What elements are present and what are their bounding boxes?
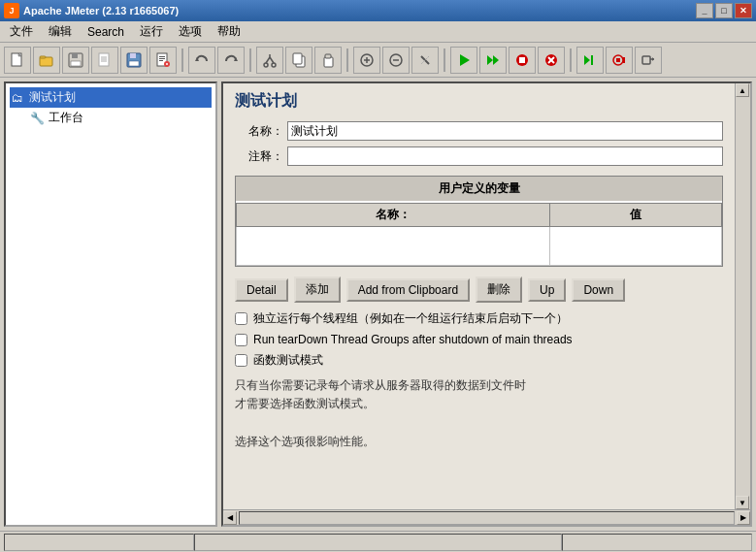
paste-button[interactable] [314, 47, 342, 74]
svg-rect-31 [325, 54, 331, 58]
undo-button[interactable] [188, 47, 215, 74]
minimize-button[interactable]: _ [696, 3, 713, 18]
stop-button[interactable] [509, 47, 536, 74]
tree-panel: 🗂 测试计划 🔧 工作台 [4, 81, 217, 527]
add-from-clipboard-button[interactable]: Add from Clipboard [346, 278, 470, 302]
svg-marker-39 [460, 54, 470, 66]
svg-rect-5 [72, 53, 78, 58]
title-bar: J Apache JMeter (2.13 r1665067) _ □ ✕ [0, 0, 756, 21]
save-as-button[interactable] [62, 47, 89, 74]
remote-exit-button[interactable] [635, 47, 662, 74]
start-no-pause-button[interactable] [479, 47, 507, 74]
h-scroll-track [239, 511, 735, 525]
scroll-track [736, 97, 750, 496]
status-left [4, 534, 194, 551]
svg-rect-52 [642, 56, 650, 64]
window-title: Apache JMeter (2.13 r1665067) [23, 5, 696, 16]
checkbox-row-3: 函数测试模式 [235, 352, 723, 369]
close-file-button[interactable] [91, 47, 118, 74]
down-button[interactable]: Down [572, 278, 625, 302]
menu-run[interactable]: 运行 [132, 21, 171, 42]
redo-button[interactable] [217, 47, 245, 74]
horizontal-scrollbar[interactable]: ◀ ▶ [223, 509, 750, 525]
svg-rect-3 [40, 56, 46, 58]
scroll-left-button[interactable]: ◀ [223, 511, 237, 525]
copy-button[interactable] [285, 47, 312, 74]
comment-input[interactable] [287, 146, 723, 166]
tree-item-test-plan-label: 测试计划 [29, 89, 76, 106]
menu-file[interactable]: 文件 [2, 21, 41, 42]
restore-button[interactable]: □ [715, 3, 733, 18]
toolbar [0, 43, 756, 78]
remove-element-button[interactable] [382, 47, 410, 74]
sep4 [444, 49, 445, 72]
desc-line1: 只有当你需要记录每个请求从服务器取得的数据到文件时 [235, 378, 526, 392]
report-button[interactable] [149, 47, 177, 74]
tree-item-test-plan[interactable]: 🗂 测试计划 [10, 87, 212, 108]
vertical-scrollbar[interactable]: ▲ ▼ [735, 83, 750, 509]
svg-point-24 [272, 63, 276, 67]
svg-rect-6 [71, 61, 81, 66]
svg-rect-29 [293, 53, 302, 64]
main-area: 🗂 测试计划 🔧 工作台 测试计划 名称： 注释： [0, 78, 756, 531]
sep3 [346, 49, 348, 72]
delete-button[interactable]: 删除 [476, 276, 522, 303]
scroll-up-button[interactable]: ▲ [736, 83, 749, 97]
checkbox-row-1: 独立运行每个线程组（例如在一个组运行结束后启动下一个） [235, 310, 723, 327]
add-element-button[interactable] [353, 47, 380, 74]
clear-button[interactable] [411, 47, 439, 74]
svg-marker-47 [584, 55, 590, 65]
sep2 [249, 49, 251, 72]
checkbox-independent-groups-label: 独立运行每个线程组（例如在一个组运行结束后启动下一个） [253, 310, 568, 327]
add-var-button[interactable]: 添加 [294, 276, 341, 303]
menu-edit[interactable]: 编辑 [41, 21, 80, 42]
checkbox-teardown[interactable] [235, 334, 247, 346]
svg-marker-41 [493, 55, 499, 65]
svg-line-26 [270, 57, 274, 63]
remote-stop-button[interactable] [606, 47, 633, 74]
start-button[interactable] [450, 47, 477, 74]
svg-rect-16 [159, 58, 165, 59]
svg-marker-54 [652, 57, 654, 61]
variable-table: 名称： 值 [236, 203, 722, 266]
checkbox-independent-groups[interactable] [235, 312, 247, 325]
scroll-down-button[interactable]: ▼ [736, 496, 749, 509]
status-center [194, 534, 562, 551]
status-right [562, 534, 752, 551]
comment-row: 注释： [235, 146, 723, 166]
content-scroll[interactable]: 测试计划 名称： 注释： 用户定义的变量 [223, 83, 735, 509]
svg-rect-17 [159, 60, 163, 61]
cut-button[interactable] [256, 47, 283, 74]
shutdown-button[interactable] [538, 47, 565, 74]
menu-options[interactable]: 选项 [171, 21, 210, 42]
test-plan-icon: 🗂 [10, 90, 25, 106]
col-name: 名称： [237, 204, 550, 227]
detail-button[interactable]: Detail [235, 278, 288, 302]
open-button[interactable] [33, 47, 60, 74]
svg-rect-50 [616, 58, 620, 62]
checkbox-functional-mode[interactable] [235, 354, 247, 367]
desc-line2: 才需要选择函数测试模式。 [235, 397, 375, 410]
sep1 [181, 49, 183, 72]
scroll-right-button[interactable]: ▶ [737, 511, 750, 525]
close-button[interactable]: ✕ [735, 3, 752, 18]
app-icon: J [4, 3, 19, 18]
desc-line3: 选择这个选项很影响性能。 [235, 435, 375, 448]
col-value: 值 [550, 204, 722, 227]
svg-rect-15 [159, 56, 165, 57]
save-button[interactable] [120, 47, 148, 74]
svg-rect-12 [130, 53, 136, 58]
tree-item-workbench[interactable]: 🔧 工作台 [10, 108, 212, 128]
sep5 [570, 49, 572, 72]
comment-label: 注释： [235, 148, 283, 165]
up-button[interactable]: Up [528, 278, 566, 302]
svg-rect-13 [129, 61, 139, 66]
checkbox-row-2: Run tearDown Thread Groups after shutdow… [235, 333, 723, 346]
menu-help[interactable]: 帮助 [210, 21, 248, 42]
menu-search[interactable]: Search [80, 23, 132, 41]
svg-point-23 [264, 63, 268, 67]
remote-start-button[interactable] [576, 47, 604, 74]
description-text: 只有当你需要记录每个请求从服务器取得的数据到文件时 才需要选择函数测试模式。 选… [235, 376, 723, 451]
new-button[interactable] [4, 47, 31, 74]
name-input[interactable] [287, 121, 723, 141]
